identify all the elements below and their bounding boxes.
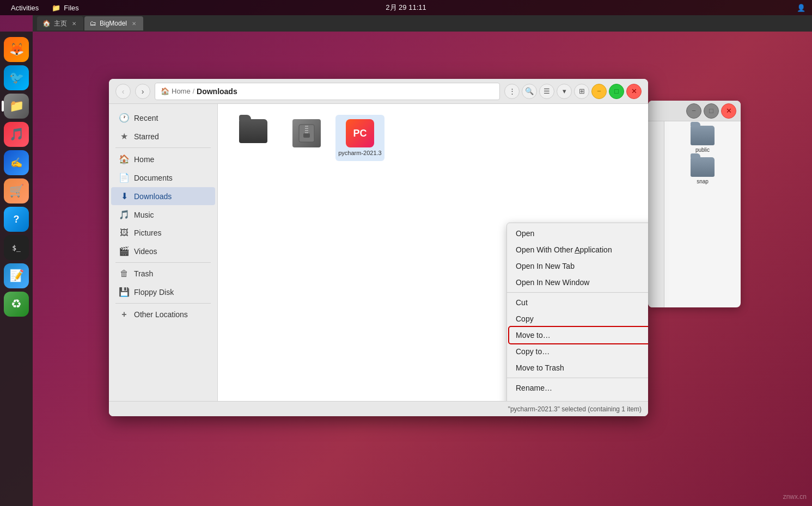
sidebar-item-other-locations[interactable]: + Other Locations [111, 306, 215, 323]
zip-icon [292, 119, 321, 147]
tab-home[interactable]: 🏠 主页 ✕ [37, 16, 83, 30]
sidebar-label-pictures: Pictures [134, 229, 162, 237]
dock-writer[interactable]: ✍ [4, 150, 29, 175]
files-menu[interactable]: 📁 Files [47, 4, 83, 12]
activities-button[interactable]: Activities [7, 0, 43, 15]
bg-win-min[interactable]: − [686, 103, 701, 119]
dock: 🦊 🐦 📁 🎵 ✍ 🛒 ? $_ 📝 ♻ [0, 32, 33, 506]
breadcrumb-separator: / [193, 88, 194, 95]
view-list-button[interactable]: ☰ [539, 84, 554, 99]
tab-home-close[interactable]: ✕ [70, 20, 78, 27]
sidebar-item-trash[interactable]: 🗑 Trash [111, 265, 215, 282]
breadcrumb-home-icon: 🏠 [161, 87, 169, 95]
topbar-left: Activities 📁 Files [7, 0, 83, 15]
sidebar-item-music[interactable]: 🎵 Music [111, 206, 215, 224]
home-icon: 🏠 [119, 154, 130, 164]
sidebar-item-pictures[interactable]: 🖼 Pictures [111, 224, 215, 242]
dock-thunderbird[interactable]: 🐦 [4, 65, 29, 90]
file-label-pycharm: pycharm-2021.3 [338, 150, 382, 157]
bg-fm-main: public snap [664, 121, 741, 307]
ctx-sep-2 [507, 378, 648, 378]
main-file-area: PC pycharm-2021.3 Open Return Open With … [218, 104, 648, 401]
dock-files[interactable]: 📁 [4, 94, 29, 119]
dock-appstore[interactable]: 🛒 [4, 178, 29, 203]
file-manager: ‹ › 🏠 Home / Downloads ⋮ 🔍 ☰ ▾ ⊞ − □ ✕ [109, 79, 648, 416]
close-button[interactable]: ✕ [626, 84, 642, 99]
ctx-open[interactable]: Open Return [507, 225, 648, 242]
sidebar-item-recent[interactable]: 🕐 Recent [111, 109, 215, 127]
titlebar-actions: ⋮ 🔍 ☰ ▾ ⊞ − □ ✕ [504, 84, 642, 99]
minimize-button[interactable]: − [591, 84, 607, 99]
sidebar-separator-2 [115, 262, 211, 263]
sidebar-item-documents[interactable]: 📄 Documents [111, 169, 215, 187]
files-label-text: Files [64, 4, 78, 12]
sidebar-separator-1 [115, 147, 211, 148]
sidebar: 🕐 Recent ★ Starred 🏠 Home 📄 Documents [109, 104, 218, 401]
bg-fm-titlebar: − □ ✕ [648, 101, 741, 121]
ctx-open-tab[interactable]: Open In New Tab Ctrl+Return [507, 258, 648, 274]
sidebar-item-home[interactable]: 🏠 Home [111, 150, 215, 168]
ctx-open-with[interactable]: Open With Other Application [507, 242, 648, 258]
file-manager-body: 🕐 Recent ★ Starred 🏠 Home 📄 Documents [109, 104, 648, 401]
ctx-copy[interactable]: Copy Ctrl+C [507, 311, 648, 327]
topbar-datetime: 2月 29 11:11 [386, 3, 426, 13]
sidebar-separator-3 [115, 303, 211, 304]
ctx-copy-label: Copy [516, 314, 648, 323]
dock-firefox[interactable]: 🦊 [4, 37, 29, 62]
view-toggle-button[interactable]: ▾ [557, 84, 572, 99]
sidebar-item-videos[interactable]: 🎬 Videos [111, 242, 215, 260]
ctx-open-label: Open [516, 229, 648, 238]
ctx-open-with-label: Open With Other Application [516, 245, 648, 254]
topbar: Activities 📁 Files 2月 29 11:11 👤 [0, 0, 812, 15]
bg-fm-file-snap: snap [669, 157, 736, 184]
tab-bigmodel[interactable]: 🗂 BigModel ✕ [84, 16, 143, 30]
tab-home-label: 主页 [54, 19, 67, 28]
file-item-zip[interactable] [282, 115, 331, 161]
sidebar-item-downloads[interactable]: ⬇ Downloads [111, 187, 215, 205]
context-menu: Open Return Open With Other Application … [506, 223, 648, 401]
bg-folder-icon-snap [691, 157, 715, 177]
file-item-folder1[interactable] [229, 115, 278, 161]
dock-recycle[interactable]: ♻ [4, 292, 29, 317]
search-button[interactable]: 🔍 [522, 84, 537, 99]
ctx-cut[interactable]: Cut Ctrl+X [507, 294, 648, 311]
sidebar-item-floppy[interactable]: 💾 Floppy Disk [111, 283, 215, 301]
ctx-move-trash[interactable]: Move to Trash Delete [507, 360, 648, 376]
ctx-rename-label: Rename… [516, 384, 648, 392]
recent-icon: 🕐 [119, 113, 130, 123]
ctx-open-window[interactable]: Open In New Window Shift+Return [507, 274, 648, 291]
tab-bigmodel-close[interactable]: ✕ [130, 20, 138, 27]
ctx-rename[interactable]: Rename… F2 [507, 380, 648, 396]
bg-win-max[interactable]: □ [704, 103, 719, 119]
menu-button[interactable]: ⋮ [504, 84, 520, 99]
dock-help[interactable]: ? [4, 207, 29, 232]
dock-rhythmbox[interactable]: 🎵 [4, 122, 29, 147]
ctx-compress[interactable]: Compress… [507, 396, 648, 401]
file-item-pycharm[interactable]: PC pycharm-2021.3 [335, 115, 384, 161]
sidebar-label-recent: Recent [134, 114, 158, 122]
forward-button[interactable]: › [135, 84, 150, 99]
bg-file-label-public: public [695, 147, 710, 153]
ctx-move-to-label: Move to… [516, 331, 648, 340]
dock-text-editor[interactable]: 📝 [4, 263, 29, 288]
trash-icon: 🗑 [119, 269, 130, 279]
ctx-copy-to[interactable]: Copy to… [507, 343, 648, 360]
ctx-move-to[interactable]: Move to… [509, 327, 648, 343]
dock-terminal[interactable]: $_ [4, 235, 29, 260]
maximize-button[interactable]: □ [609, 84, 624, 99]
sidebar-item-starred[interactable]: ★ Starred [111, 127, 215, 145]
breadcrumb-current: Downloads [197, 87, 237, 96]
pycharm-icon: PC [346, 119, 374, 147]
sidebar-label-floppy: Floppy Disk [134, 288, 174, 297]
desktop: Activities 📁 Files 2月 29 11:11 👤 🏠 主页 ✕ … [0, 0, 812, 506]
breadcrumb-home-label[interactable]: Home [172, 87, 191, 95]
folder-icon-dark-1 [239, 119, 267, 143]
ctx-sep-1 [507, 292, 648, 293]
bg-win-close[interactable]: ✕ [721, 103, 736, 119]
sidebar-label-downloads: Downloads [134, 192, 172, 201]
tab-bigmodel-icon: 🗂 [90, 20, 96, 27]
view-grid-button[interactable]: ⊞ [574, 84, 589, 99]
back-button[interactable]: ‹ [115, 84, 131, 99]
statusbar-text: "pycharm-2021.3" selected (containing 1 … [508, 405, 642, 413]
ctx-cut-label: Cut [516, 298, 648, 307]
